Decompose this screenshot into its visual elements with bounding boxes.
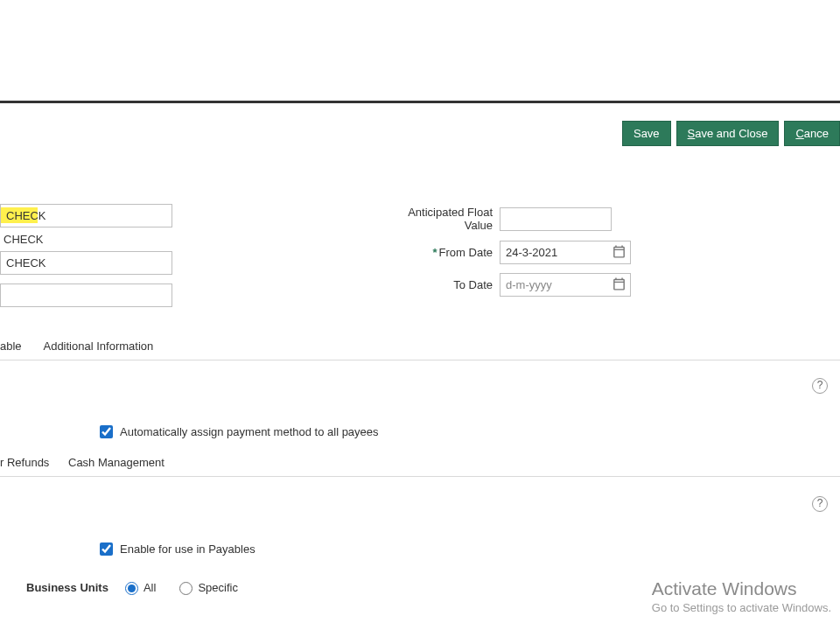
subtab-row-2: r Refunds Cash Management	[0, 456, 840, 477]
subtab-row-1: able Additional Information	[0, 340, 840, 360]
action-bar: Save Save and Close Cance	[622, 121, 840, 146]
save-button[interactable]: Save	[622, 121, 671, 146]
tab-additional-information[interactable]: Additional Information	[43, 340, 153, 353]
enable-payables-checkbox-row[interactable]: Enable for use in Payables	[96, 540, 256, 558]
cancel-rest: ance	[804, 127, 829, 140]
business-units-legend: Business Units	[26, 581, 108, 594]
extra-input[interactable]	[0, 284, 172, 307]
tab-able-fragment[interactable]: able	[0, 340, 22, 353]
calendar-icon	[612, 244, 626, 259]
required-marker: *	[433, 246, 438, 259]
radio-all-label: All	[144, 581, 156, 594]
top-divider	[0, 101, 840, 103]
calendar-icon	[612, 276, 626, 291]
from-date-picker-button[interactable]	[611, 244, 627, 261]
to-date-label: To Date	[383, 278, 493, 291]
business-units-radio-group: Business Units All Specific	[26, 579, 257, 595]
save-close-rest: ave and Close	[695, 127, 767, 140]
name-input[interactable]	[0, 204, 172, 228]
auto-assign-checkbox[interactable]	[100, 425, 113, 438]
from-date-label: From Date	[439, 246, 493, 259]
desc-input[interactable]	[0, 251, 172, 275]
cancel-accel: C	[795, 127, 803, 140]
radio-all-option[interactable]: All	[121, 579, 156, 595]
radio-specific-label: Specific	[198, 581, 238, 594]
to-date-picker-button[interactable]	[611, 276, 627, 293]
auto-assign-checkbox-row[interactable]: Automatically assign payment method to a…	[96, 423, 379, 441]
save-close-accel: S	[688, 127, 696, 140]
cancel-button[interactable]: Cance	[784, 121, 840, 146]
code-readonly: CHECK	[0, 228, 175, 251]
enable-payables-label: Enable for use in Payables	[120, 542, 256, 556]
activate-windows-watermark: Activate Windows Go to Settings to activ…	[652, 578, 831, 614]
radio-specific-option[interactable]: Specific	[175, 579, 238, 595]
left-field-column: CHECK	[0, 204, 175, 307]
radio-all[interactable]	[125, 582, 138, 595]
save-and-close-button[interactable]: Save and Close	[676, 121, 780, 146]
watermark-line2: Go to Settings to activate Windows.	[652, 601, 831, 614]
anticipated-float-value-label: Anticipated Float Value	[383, 206, 493, 232]
radio-specific[interactable]	[179, 582, 192, 595]
auto-assign-label: Automatically assign payment method to a…	[120, 425, 379, 438]
watermark-line1: Activate Windows	[652, 578, 831, 599]
help-icon[interactable]: ?	[812, 496, 828, 512]
anticipated-float-value-input[interactable]	[500, 207, 612, 231]
help-icon[interactable]: ?	[812, 378, 828, 394]
right-field-group: Anticipated Float Value *From Date To Da…	[383, 206, 631, 305]
tab-refunds-fragment[interactable]: r Refunds	[0, 456, 49, 469]
enable-payables-checkbox[interactable]	[100, 542, 113, 556]
tab-cash-management[interactable]: Cash Management	[68, 456, 164, 469]
